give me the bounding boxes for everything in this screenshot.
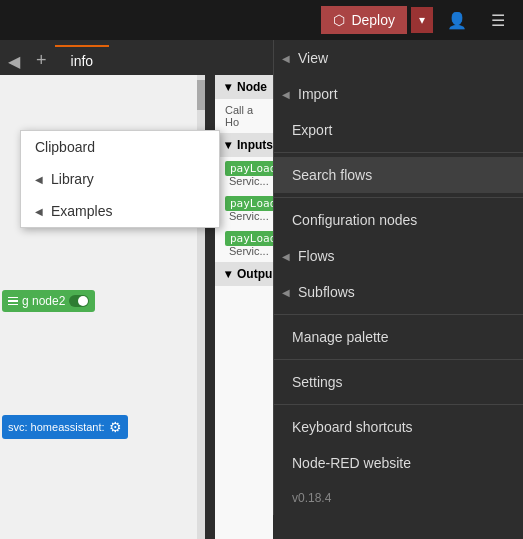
- menu-item-import-label: Import: [298, 86, 338, 102]
- clipboard-label: Clipboard: [35, 139, 95, 155]
- view-arrow-icon: ◀: [282, 53, 290, 64]
- deploy-button[interactable]: ⬡ Deploy: [321, 6, 407, 34]
- menu-item-keyboard-shortcuts[interactable]: Keyboard shortcuts: [274, 409, 523, 445]
- tab-add-button[interactable]: +: [28, 46, 55, 75]
- menu-item-subflows[interactable]: ◀ Subflows: [274, 274, 523, 310]
- menu-divider-1: [274, 152, 523, 153]
- node-icon-lines: [8, 297, 18, 306]
- context-menu-clipboard[interactable]: Clipboard: [21, 131, 219, 163]
- node-g-node2[interactable]: g node2: [2, 290, 95, 312]
- menu-item-view[interactable]: ◀ View: [274, 40, 523, 76]
- right-info-panel: ▾ Node Call a Ho ▾ Inputs payLoad... Ser…: [215, 75, 273, 539]
- info-section-node-header: ▾ Node: [215, 75, 273, 99]
- menu-item-version: v0.18.4: [274, 481, 523, 515]
- deploy-arrow-icon: ▾: [419, 13, 425, 27]
- scrollbar-thumb: [197, 80, 205, 110]
- flows-arrow-icon: ◀: [282, 251, 290, 262]
- context-menu: Clipboard ◀ Library ◀ Examples: [20, 130, 220, 228]
- menu-item-export[interactable]: Export: [274, 112, 523, 148]
- tab-info-label: info: [71, 53, 94, 69]
- menu-item-view-label: View: [298, 50, 328, 66]
- svc-node-label: svc: homeassistant:: [8, 421, 105, 433]
- service-label-3: Servic...: [229, 245, 269, 257]
- info-section-outputs-header: ▾ Outpu: [215, 262, 273, 286]
- context-menu-library[interactable]: ◀ Library: [21, 163, 219, 195]
- menu-item-node-red-website-label: Node-RED website: [292, 455, 411, 471]
- library-label: Library: [51, 171, 94, 187]
- menu-item-subflows-label: Subflows: [298, 284, 355, 300]
- tab-info[interactable]: info: [55, 45, 110, 75]
- subflows-arrow-icon: ◀: [282, 287, 290, 298]
- menu-item-node-red-website[interactable]: Node-RED website: [274, 445, 523, 481]
- menu-item-search-flows[interactable]: Search flows: [274, 157, 523, 193]
- inputs-chevron-icon: ▾: [225, 138, 231, 152]
- menu-item-manage-palette[interactable]: Manage palette: [274, 319, 523, 355]
- menu-divider-4: [274, 359, 523, 360]
- right-dropdown-menu: ◀ View ◀ Import Export Search flows Conf…: [273, 40, 523, 515]
- header-bar: ⬡ Deploy ▾ 👤 ☰: [0, 0, 523, 40]
- payload-row-3: payLoad... Servic...: [215, 227, 273, 262]
- service-label-1: Servic...: [229, 175, 269, 187]
- menu-item-settings[interactable]: Settings: [274, 364, 523, 400]
- service-label-2: Servic...: [229, 210, 269, 222]
- menu-item-flows[interactable]: ◀ Flows: [274, 238, 523, 274]
- menu-item-import[interactable]: ◀ Import: [274, 76, 523, 112]
- node-svc-homeassistant[interactable]: svc: homeassistant: ⚙: [2, 415, 128, 439]
- info-call-label: Call a Ho: [215, 99, 273, 133]
- node-g-node2-label: g node2: [22, 294, 65, 308]
- menu-item-manage-palette-label: Manage palette: [292, 329, 389, 345]
- tab-add-icon: +: [36, 50, 47, 70]
- node-toggle: [69, 295, 89, 307]
- payload-row-1: payLoad... Servic...: [215, 157, 273, 192]
- menu-item-version-label: v0.18.4: [292, 491, 331, 505]
- chevron-down-icon: ▾: [225, 80, 231, 94]
- menu-icon: ☰: [491, 12, 505, 29]
- deploy-dropdown-button[interactable]: ▾: [411, 7, 433, 33]
- menu-button[interactable]: ☰: [481, 5, 515, 36]
- tab-back-icon: ◀: [8, 53, 20, 70]
- menu-item-search-flows-label: Search flows: [292, 167, 372, 183]
- info-section-inputs-header: ▾ Inputs: [215, 133, 273, 157]
- payload-badge-2: payLoad...: [225, 196, 273, 211]
- menu-item-configuration-nodes[interactable]: Configuration nodes: [274, 202, 523, 238]
- context-menu-examples[interactable]: ◀ Examples: [21, 195, 219, 227]
- tab-back-button[interactable]: ◀: [0, 48, 28, 75]
- user-button[interactable]: 👤: [437, 5, 477, 36]
- menu-divider-5: [274, 404, 523, 405]
- menu-item-flows-label: Flows: [298, 248, 335, 264]
- library-arrow-icon: ◀: [35, 174, 43, 185]
- info-section-inputs-label: Inputs: [237, 138, 273, 152]
- user-icon: 👤: [447, 12, 467, 29]
- deploy-label: Deploy: [351, 12, 395, 28]
- import-arrow-icon: ◀: [282, 89, 290, 100]
- payload-row-2: payLoad... Servic...: [215, 192, 273, 227]
- examples-label: Examples: [51, 203, 112, 219]
- payload-badge-1: payLoad...: [225, 161, 273, 176]
- menu-item-export-label: Export: [292, 122, 332, 138]
- deploy-icon: ⬡: [333, 12, 345, 28]
- menu-divider-3: [274, 314, 523, 315]
- menu-item-configuration-nodes-label: Configuration nodes: [292, 212, 417, 228]
- menu-item-keyboard-shortcuts-label: Keyboard shortcuts: [292, 419, 413, 435]
- examples-arrow-icon: ◀: [35, 206, 43, 217]
- info-section-node-label: Node: [237, 80, 267, 94]
- menu-item-settings-label: Settings: [292, 374, 343, 390]
- call-label-text: Call a Ho: [225, 104, 253, 128]
- menu-divider-2: [274, 197, 523, 198]
- info-section-outputs-label: Outpu: [237, 267, 272, 281]
- outputs-chevron-icon: ▾: [225, 267, 231, 281]
- payload-badge-3: payLoad...: [225, 231, 273, 246]
- svc-node-icon: ⚙: [109, 419, 122, 435]
